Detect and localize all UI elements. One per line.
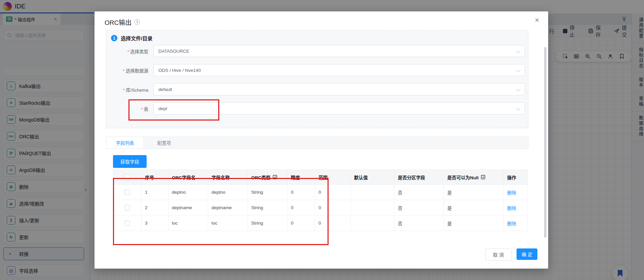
required-mark: * [127, 49, 129, 54]
annotation-box-table-field [128, 99, 219, 121]
confirm-button[interactable]: 确 定 [517, 248, 537, 260]
chevron-down-icon [516, 106, 521, 110]
select-datasource-dropdown[interactable]: ODS / Hive / hive140 [153, 64, 525, 76]
modal-tab-bar: 字段列表 配置项 [106, 137, 528, 149]
chevron-down-icon [516, 49, 521, 53]
delete-row-link[interactable]: 删除 [507, 206, 516, 211]
form-row-schema: *库/Schema default [106, 83, 528, 95]
form-row-datasource: *选择数据源 ODS / Hive / hive140 [106, 64, 528, 76]
field-label: 选择类型 [130, 49, 148, 54]
cancel-button[interactable]: 取 消 [485, 248, 512, 261]
field-label: 选择数据源 [126, 68, 149, 74]
select-schema-dropdown[interactable]: default [153, 83, 525, 95]
orc-output-modal: ORC输出 ? ✕ 1 选择文件/目录 *选择类型 DATASOURCE *选择… [94, 11, 548, 269]
modal-title: ORC输出 [105, 17, 131, 27]
col-nullable: 是否可以为Null [444, 170, 504, 185]
chevron-down-icon [516, 68, 521, 72]
section-title: 选择文件/目录 [121, 35, 152, 42]
tab-field-list[interactable]: 字段列表 [106, 137, 144, 148]
form-row-type: *选择类型 DATASOURCE [106, 45, 528, 57]
col-action: 操作 [504, 170, 528, 185]
modal-scrollbar[interactable] [544, 47, 546, 238]
select-type-dropdown[interactable]: DATASOURCE [153, 45, 525, 57]
tab-config[interactable]: 配置项 [144, 137, 184, 148]
field-label: 库/Schema [126, 88, 148, 93]
modal-close-icon[interactable]: ✕ [535, 17, 539, 24]
col-default: 默认值 [351, 170, 394, 185]
help-icon[interactable]: ? [134, 19, 140, 25]
delete-row-link[interactable]: 删除 [507, 221, 516, 226]
edit-column-icon[interactable] [481, 175, 486, 180]
chevron-down-icon [516, 87, 521, 91]
annotation-box-field-rows [113, 178, 329, 245]
col-is-partition: 是否分区字段 [394, 170, 444, 185]
screen: IDE DI * 输出组件 ✕ ≫ 行 停止 保存 提交 [0, 0, 644, 280]
section-number-badge: 1 [111, 35, 117, 41]
delete-row-link[interactable]: 删除 [507, 190, 516, 195]
fetch-fields-button[interactable]: 获取字段 [113, 155, 147, 168]
